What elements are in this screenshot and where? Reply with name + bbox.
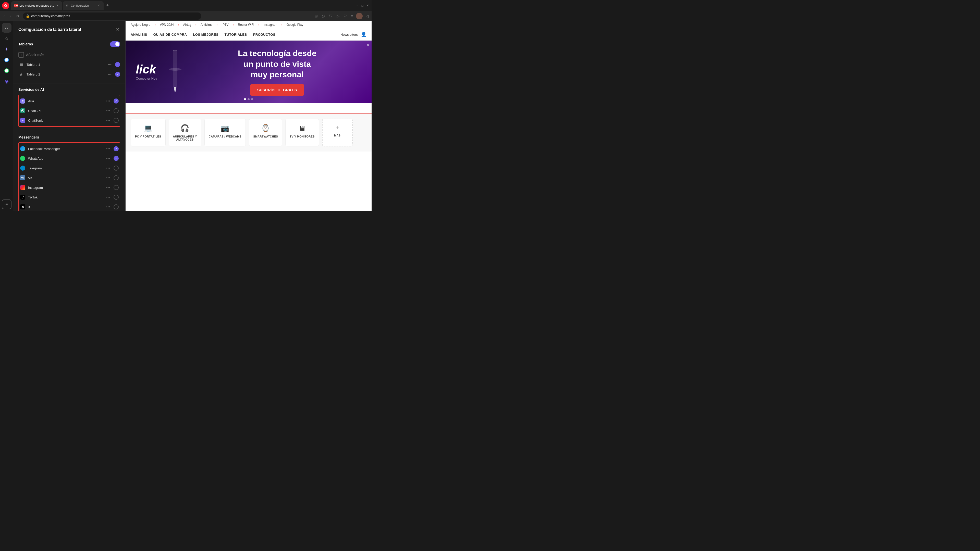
ad-pen-area <box>167 49 183 95</box>
sidebar-icon-aria[interactable]: ✦ <box>2 44 11 54</box>
tablero1-checkbox[interactable] <box>115 62 120 67</box>
extensions-icon[interactable]: ≡ <box>350 13 354 19</box>
vk-label: VK <box>28 176 102 180</box>
tablero1-item: Tablero 1 ••• <box>18 60 120 69</box>
sidebar-icon-bookmarks[interactable]: ☆ <box>2 34 11 43</box>
chatsonic-checkbox[interactable] <box>114 118 119 123</box>
chatsonic-dots[interactable]: ••• <box>105 118 111 123</box>
category-tv-icon: 🖥 <box>299 124 306 132</box>
whatsapp-dots[interactable]: ••• <box>105 156 111 161</box>
nav-los-mejores[interactable]: LOS MEJORES <box>193 33 218 37</box>
panel-close-button[interactable]: ✕ <box>115 26 120 33</box>
settings-icon[interactable]: ◁ <box>365 13 369 19</box>
category-auriculares-icon: 🎧 <box>180 124 189 132</box>
whatsapp-checkbox[interactable] <box>114 156 119 161</box>
vk-dots[interactable]: ••• <box>105 175 111 180</box>
player-icon[interactable]: ▷ <box>336 13 340 19</box>
minimize-button[interactable]: − <box>355 3 360 8</box>
newsletters-button[interactable]: Newsletters <box>340 33 358 37</box>
vpn-icon[interactable]: 🛡 <box>328 13 334 19</box>
back-button[interactable]: ‹ <box>2 13 6 19</box>
nav-guias-compra[interactable]: GUÍAS DE COMPRA <box>153 33 187 37</box>
category-auriculares[interactable]: 🎧 AURICULARES YALTAVOCES <box>169 119 201 146</box>
ad-close-button[interactable]: ✕ <box>366 43 369 48</box>
tablero2-icon <box>18 71 24 77</box>
category-auriculares-label: AURICULARES YALTAVOCES <box>173 135 197 141</box>
ad-dot-1 <box>244 98 246 100</box>
wallet-icon[interactable]: ◎ <box>321 13 326 19</box>
ad-cta-button[interactable]: SUSCRÍBETE GRATIS <box>250 84 304 96</box>
telegram-dots[interactable]: ••• <box>105 165 111 171</box>
toplink-router-wifi[interactable]: Router WiFi <box>238 23 254 27</box>
category-camaras-label: CÁMARAS / WEBCAMS <box>209 135 242 138</box>
heart-icon[interactable]: ♡ <box>342 13 348 19</box>
messenger-checkbox[interactable] <box>114 146 119 151</box>
add-more-button[interactable]: + Añadir más <box>18 50 120 60</box>
category-pc[interactable]: 💻 PC Y PORTÁTILES <box>130 119 165 146</box>
vk-checkbox[interactable] <box>114 175 119 180</box>
category-tv[interactable]: 🖥 TV Y MONITORES <box>285 119 319 146</box>
toplink-agujero-negro[interactable]: Agujero Negro <box>130 23 150 27</box>
tab2-close[interactable]: ✕ <box>97 3 100 8</box>
tab1-close[interactable]: ✕ <box>56 3 59 8</box>
sidebar-icon-messenger[interactable] <box>2 55 11 65</box>
toplink-google-play[interactable]: Google Play <box>286 23 303 27</box>
tablero2-actions: ••• <box>106 72 120 77</box>
url-bar[interactable]: 🔒 computerhoy.com/mejores <box>23 13 201 20</box>
sidebar-toggle-icon[interactable]: ⊞ <box>313 13 319 19</box>
sidebar-icon-whatsapp[interactable] <box>2 66 11 76</box>
instagram-checkbox[interactable] <box>114 185 119 190</box>
sidebar-icon-home[interactable]: ⌂ <box>2 23 11 33</box>
maximize-button[interactable]: □ <box>360 3 364 8</box>
tiktok-dots[interactable]: ••• <box>105 195 111 200</box>
user-account-icon[interactable]: 👤 <box>361 32 366 37</box>
opera-logo[interactable]: O <box>2 2 9 9</box>
instagram-dots[interactable]: ••• <box>105 185 111 190</box>
toplink-instagram[interactable]: Instagram <box>264 23 277 27</box>
chatgpt-dots[interactable]: ••• <box>105 108 111 113</box>
sidebar-icon-unknown[interactable]: ◉ <box>2 76 11 86</box>
category-camaras-icon: 📷 <box>221 124 229 132</box>
toplink-iptv[interactable]: IPTV <box>222 23 229 27</box>
svg-marker-5 <box>174 87 177 94</box>
nav-tutoriales[interactable]: TUTORIALES <box>224 33 247 37</box>
user-avatar[interactable] <box>356 13 363 19</box>
tab-2[interactable]: ⚙ Configuración ✕ <box>63 1 103 10</box>
chatgpt-item: ChatGPT ••• <box>20 106 119 116</box>
chatsonic-label: ChatSonic <box>28 119 102 122</box>
toplink-airtag[interactable]: Airtag <box>183 23 191 27</box>
toplink-antivirus[interactable]: Antivirus <box>200 23 212 27</box>
tableros-title: Tableros <box>18 42 33 46</box>
forward-button[interactable]: › <box>8 13 13 19</box>
pen-svg <box>167 49 183 95</box>
aria-checkbox[interactable] <box>114 98 119 103</box>
new-tab-button[interactable]: + <box>104 2 111 9</box>
category-more[interactable]: + MÁS <box>322 119 353 146</box>
nav-analisis[interactable]: ANÁLISIS <box>130 33 147 37</box>
chatsonic-actions: ••• <box>105 118 119 123</box>
tablero2-checkbox[interactable] <box>115 72 120 77</box>
ai-services-title: Servicios de AI <box>18 87 44 92</box>
tablero2-label: Tablero 2 <box>27 73 103 76</box>
nav-productos[interactable]: PRODUCTOS <box>253 33 275 37</box>
chatgpt-label: ChatGPT <box>28 109 102 113</box>
chatgpt-checkbox[interactable] <box>114 108 119 113</box>
tablero2-dots[interactable]: ••• <box>106 72 113 77</box>
x-checkbox[interactable] <box>114 204 119 210</box>
messenger-dots[interactable]: ••• <box>105 146 111 151</box>
close-button[interactable]: ✕ <box>366 3 369 8</box>
x-dots[interactable]: ••• <box>105 204 111 210</box>
tablero1-dots[interactable]: ••• <box>106 62 113 67</box>
tab-1[interactable]: CH Los mejores productos e... ✕ <box>11 1 62 10</box>
sidebar-more-button[interactable]: ••• <box>2 200 11 209</box>
category-camaras[interactable]: 📷 CÁMARAS / WEBCAMS <box>204 119 246 146</box>
category-smartwatches[interactable]: ⌚ SMARTWATCHES <box>249 119 282 146</box>
telegram-checkbox[interactable] <box>114 165 119 171</box>
tiktok-checkbox[interactable] <box>114 195 119 200</box>
tab2-favicon: ⚙ <box>66 4 69 7</box>
aria-dots[interactable]: ••• <box>105 98 111 103</box>
refresh-button[interactable]: ↻ <box>14 13 21 19</box>
toplink-vpn-2024[interactable]: VPN 2024 <box>160 23 174 27</box>
tableros-toggle[interactable] <box>110 41 120 47</box>
panel-header: Configuración de la barra lateral ✕ <box>13 21 125 37</box>
